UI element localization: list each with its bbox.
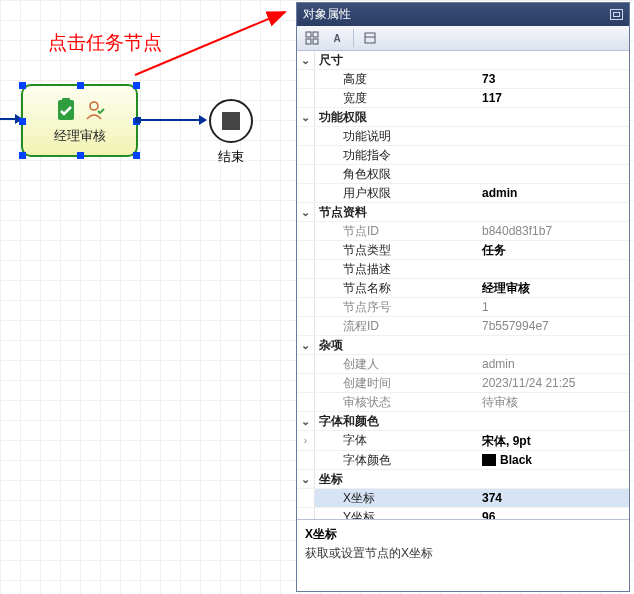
description-text: 获取或设置节点的X坐标 — [305, 545, 621, 562]
property-group[interactable]: 杂项 — [297, 336, 629, 355]
property-row[interactable]: 节点描述 — [297, 260, 629, 279]
svg-point-3 — [90, 102, 98, 110]
categorize-button[interactable] — [301, 28, 323, 48]
property-group[interactable]: 尺寸 — [297, 51, 629, 70]
property-group[interactable]: 功能权限 — [297, 108, 629, 127]
property-row[interactable]: 角色权限 — [297, 165, 629, 184]
property-row[interactable]: 节点名称经理审核 — [297, 279, 629, 298]
stop-icon — [222, 112, 240, 130]
property-row[interactable]: 高度73 — [297, 70, 629, 89]
panel-title-text: 对象属性 — [303, 6, 351, 23]
clipboard-check-icon — [53, 97, 79, 123]
resize-handle[interactable] — [77, 82, 84, 89]
property-row[interactable]: 节点序号1 — [297, 298, 629, 317]
task-node[interactable]: 经理审核 — [21, 84, 138, 157]
end-node[interactable] — [209, 99, 253, 143]
restore-icon[interactable] — [610, 9, 623, 20]
property-row[interactable]: 用户权限admin — [297, 184, 629, 203]
property-group[interactable]: 节点资料 — [297, 203, 629, 222]
svg-rect-5 — [313, 32, 318, 37]
property-pages-button[interactable] — [359, 28, 381, 48]
resize-handle[interactable] — [77, 152, 84, 159]
property-row[interactable]: 创建时间2023/11/24 21:25 — [297, 374, 629, 393]
property-row[interactable]: 流程ID7b557994e7 — [297, 317, 629, 336]
property-row[interactable]: ›字体宋体, 9pt — [297, 431, 629, 451]
property-row[interactable]: 节点IDb840d83f1b7 — [297, 222, 629, 241]
resize-handle[interactable] — [19, 82, 26, 89]
resize-handle[interactable] — [19, 118, 26, 125]
description-pane: X坐标 获取或设置节点的X坐标 — [297, 519, 629, 591]
toolbar-separator — [353, 29, 354, 47]
user-check-icon — [85, 99, 107, 121]
property-row[interactable]: 功能指令 — [297, 146, 629, 165]
description-title: X坐标 — [305, 526, 621, 543]
svg-rect-8 — [365, 33, 375, 43]
property-grid[interactable]: 尺寸高度73宽度117功能权限功能说明功能指令角色权限用户权限admin节点资料… — [297, 51, 629, 519]
annotation-text: 点击任务节点 — [48, 30, 162, 56]
resize-handle[interactable] — [133, 152, 140, 159]
svg-rect-7 — [313, 39, 318, 44]
property-group[interactable]: 字体和颜色 — [297, 412, 629, 431]
svg-rect-4 — [306, 32, 311, 37]
task-node-icons — [53, 97, 107, 123]
property-row[interactable]: 功能说明 — [297, 127, 629, 146]
properties-panel: 对象属性 A 尺寸高度73宽度117功能权限功能说明功能指令角色权限用户权限ad… — [296, 2, 630, 592]
resize-handle[interactable] — [19, 152, 26, 159]
sort-az-button[interactable]: A — [326, 28, 348, 48]
edge-outgoing[interactable] — [138, 119, 206, 121]
property-row[interactable]: 节点类型任务 — [297, 241, 629, 260]
property-row[interactable]: 创建人admin — [297, 355, 629, 374]
property-row[interactable]: Y坐标96 — [297, 508, 629, 519]
panel-toolbar: A — [297, 26, 629, 51]
property-row[interactable]: 字体颜色Black — [297, 451, 629, 470]
property-group[interactable]: 坐标 — [297, 470, 629, 489]
task-node-label: 经理审核 — [54, 127, 106, 145]
property-row[interactable]: 审核状态待审核 — [297, 393, 629, 412]
property-row[interactable]: X坐标374 — [297, 489, 629, 508]
svg-rect-2 — [62, 98, 70, 103]
property-row[interactable]: 宽度117 — [297, 89, 629, 108]
end-node-label: 结束 — [218, 148, 244, 166]
svg-rect-6 — [306, 39, 311, 44]
panel-titlebar[interactable]: 对象属性 — [297, 3, 629, 26]
resize-handle[interactable] — [133, 82, 140, 89]
